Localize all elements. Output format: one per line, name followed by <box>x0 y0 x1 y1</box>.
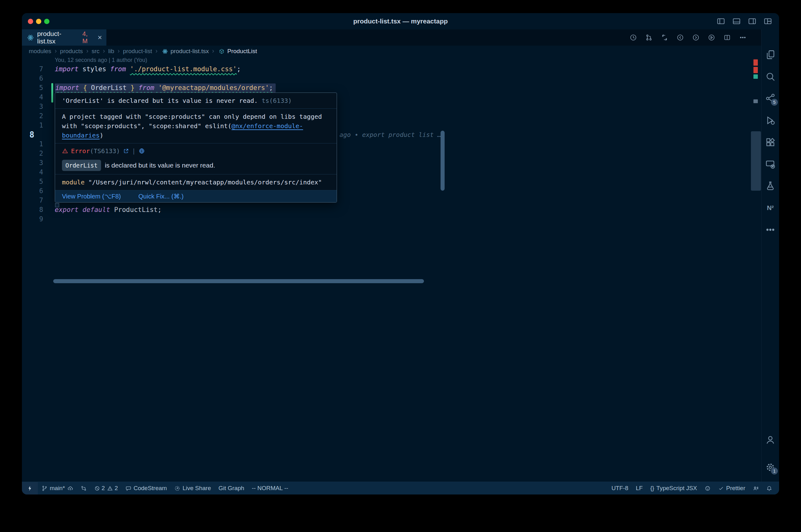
hover-ts-message: 'OrderList' is declared but its value is… <box>62 97 258 104</box>
hover-popup: 'OrderList' is declared but its value is… <box>55 93 337 203</box>
remote-indicator[interactable] <box>22 482 38 494</box>
hover-ts-code: ts(6133) <box>261 97 292 104</box>
react-file-icon <box>27 34 34 41</box>
line-number: 3 <box>22 158 43 168</box>
encoding-status[interactable]: UTF-8 <box>608 482 632 494</box>
minimize-window-button[interactable] <box>36 19 41 24</box>
breadcrumb-item[interactable]: src <box>92 48 99 55</box>
branch-status[interactable]: main* <box>38 482 77 494</box>
braces-glyph: {} <box>650 485 654 492</box>
settings-gear-icon[interactable]: 1 <box>765 462 776 473</box>
language-mode-status[interactable]: {}TypeScript JSX <box>647 482 701 494</box>
run-file-icon[interactable] <box>708 34 715 41</box>
git-blame-lens[interactable]: You, 12 seconds ago | 1 author (You) <box>55 57 147 63</box>
feedback-status[interactable] <box>749 482 763 494</box>
tab-close-icon[interactable]: × <box>98 34 102 41</box>
vim-mode-indicator[interactable]: -- NORMAL -- <box>248 482 292 494</box>
nav-forward-icon[interactable] <box>692 34 699 41</box>
check-icon <box>718 486 724 491</box>
git-compare-icon <box>81 486 87 491</box>
code-line-import-styles[interactable]: import styles from './product-list.modul… <box>55 64 241 74</box>
orderlist-badge: OrderList <box>62 160 101 171</box>
git-pullrequest-icon[interactable] <box>645 34 653 41</box>
live-share-icon <box>174 486 180 491</box>
toggle-panel-icon[interactable] <box>732 17 741 26</box>
accounts-icon[interactable] <box>765 435 776 445</box>
hover-actions: View Problem (⌥F8) Quick Fix... (⌘.) <box>55 190 337 202</box>
github-status[interactable] <box>701 482 714 494</box>
breadcrumb-item-file[interactable]: product-list.tsx <box>170 48 209 55</box>
breadcrumb-item-symbol[interactable]: ProductList <box>227 48 257 55</box>
extensions-icon[interactable] <box>765 137 776 148</box>
explorer-copy-icon[interactable] <box>765 50 776 60</box>
search-icon[interactable] <box>765 71 776 82</box>
line-number: 4 <box>22 93 43 102</box>
chevron-right-icon <box>116 49 121 54</box>
eol-status[interactable]: LF <box>632 482 647 494</box>
split-editor-icon[interactable] <box>723 34 731 41</box>
live-share-status[interactable]: Live Share <box>170 482 215 494</box>
additional-views-icon[interactable] <box>765 224 776 235</box>
horizontal-scrollbar[interactable] <box>53 279 424 283</box>
nx-console-icon[interactable]: N² <box>765 203 776 213</box>
timeline-history-icon[interactable] <box>630 34 637 41</box>
live-share-label: Live Share <box>182 485 211 492</box>
zoom-window-button[interactable] <box>44 19 50 24</box>
globe-icon[interactable] <box>139 148 145 154</box>
breadcrumb-item[interactable]: products <box>60 48 83 55</box>
error-label: Error <box>71 147 90 155</box>
comment-bubble-icon <box>126 486 131 491</box>
breadcrumb-item[interactable]: modules <box>29 48 51 55</box>
token-keyword: from <box>110 65 126 73</box>
vertical-scrollbar-thumb[interactable] <box>751 131 761 191</box>
desktop: { "window": { "title": "product-list.tsx… <box>0 0 801 532</box>
vim-mode-label: -- NORMAL -- <box>252 485 288 492</box>
inner-vertical-scrollbar[interactable] <box>440 131 444 191</box>
customize-layout-icon[interactable] <box>763 17 772 26</box>
breadcrumb-item[interactable]: lib <box>108 48 114 55</box>
code-line-import-orderlist[interactable]: import { OrderList } from '@myreactapp/m… <box>55 83 276 93</box>
source-control-icon[interactable]: 5 <box>765 93 776 104</box>
warning-count: 2 <box>114 485 118 492</box>
branch-name: main* <box>50 485 65 492</box>
overview-ruler[interactable] <box>750 57 762 482</box>
tab-product-list[interactable]: product-list.tsx 4, M × <box>22 30 106 46</box>
overview-mark-added <box>753 74 758 79</box>
token-keyword: from <box>139 84 154 92</box>
encoding-label: UTF-8 <box>612 485 628 492</box>
testing-beaker-icon[interactable] <box>765 180 776 191</box>
hover-declared-message: is declared but its value is never read. <box>105 161 215 170</box>
titlebar: product-list.tsx — myreactapp <box>22 13 779 30</box>
line-number: 6 <box>22 186 43 196</box>
line-number: 4 <box>22 168 43 177</box>
git-compare-status[interactable] <box>77 482 90 494</box>
close-window-button[interactable] <box>28 19 33 24</box>
chevron-right-icon <box>85 49 90 54</box>
nav-back-icon[interactable] <box>676 34 684 41</box>
notifications-bell-icon[interactable] <box>763 482 776 494</box>
more-actions-icon[interactable] <box>739 34 747 41</box>
view-problem-button[interactable]: View Problem (⌥F8) <box>62 193 121 200</box>
quick-fix-button[interactable]: Quick Fix... (⌘.) <box>138 193 183 200</box>
problems-status[interactable]: 2 2 <box>90 482 122 494</box>
editor-code-area[interactable]: You, 12 seconds ago | 1 author (You) 765… <box>22 57 762 482</box>
hover-error-detail: Error(TS6133) | OrderList is declared bu… <box>55 143 337 174</box>
line-number: 5 <box>22 177 43 186</box>
open-changes-icon[interactable] <box>661 34 668 41</box>
git-graph-status[interactable]: Git Graph <box>215 482 248 494</box>
cloud-upload-icon <box>67 486 73 491</box>
tab-problems-badge: 4, M <box>82 30 94 45</box>
toggle-primary-sidebar-icon[interactable] <box>716 17 725 26</box>
breadcrumb-item[interactable]: product-list <box>123 48 152 55</box>
external-link-icon[interactable] <box>123 148 129 154</box>
run-and-debug-icon[interactable] <box>765 115 776 126</box>
token-identifier: ProductList <box>114 206 158 213</box>
hover-resize-handle[interactable] <box>55 203 59 207</box>
remote-explorer-icon[interactable] <box>765 159 776 169</box>
toggle-secondary-sidebar-icon[interactable] <box>748 17 757 26</box>
codestream-status[interactable]: CodeStream <box>122 482 171 494</box>
window-title: product-list.tsx — myreactapp <box>22 13 779 30</box>
prettier-status[interactable]: Prettier <box>714 482 749 494</box>
code-line-export-default[interactable]: export default ProductList; <box>55 205 161 214</box>
vscode-window: product-list.tsx — myreactapp product-li… <box>22 13 779 494</box>
